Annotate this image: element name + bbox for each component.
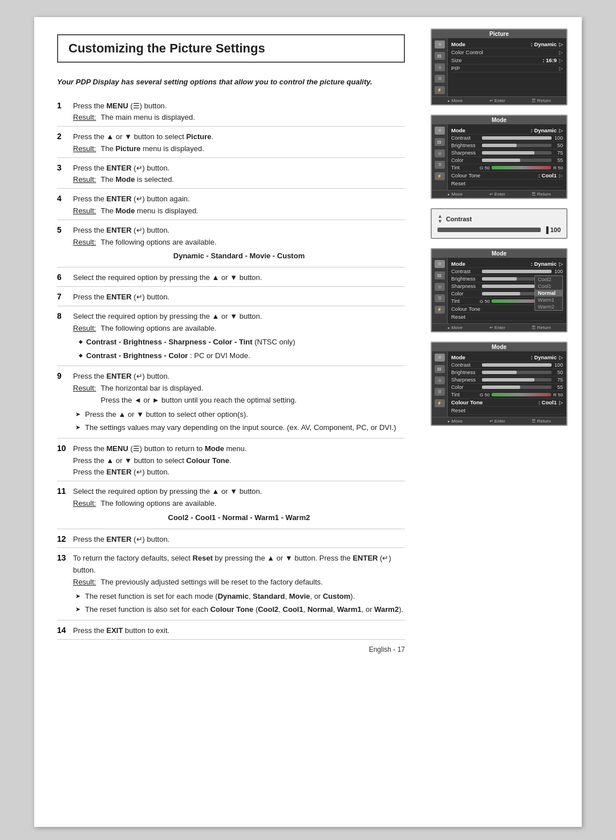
tv-icon-2: 🖼 [435, 52, 445, 60]
title-box: Customizing the Picture Settings [57, 34, 405, 63]
tv-panel-5-main: Mode : Dynamic ▷ Contrast 100 Brightness… [448, 351, 566, 417]
tv-panel-4-title: Mode [432, 249, 566, 258]
tv-row-mode: Mode : Dynamic ▷ [451, 40, 563, 48]
tv-panel-3: ▲ ▼ Contrast ▐ 100 [431, 208, 568, 239]
step-content-6: Select the required option by pressing t… [73, 272, 405, 284]
tv-icon-2-3: ◎ [435, 149, 445, 157]
tv-footer-2: ⬥ Move ↵ Enter ☰ Return [432, 190, 566, 198]
tv-icon-3: ◎ [435, 63, 445, 71]
arrow-list-9: Press the ▲ or ▼ button to select other … [73, 409, 405, 433]
tv-icon-4-1: ⚙ [435, 260, 445, 268]
tv-row-2-reset: Reset [451, 180, 563, 188]
tv-row-5-sharpness: Sharpness 75 [451, 376, 563, 384]
left-column: Customizing the Picture Settings Your PD… [34, 17, 422, 827]
tv-icon-2-4: ☰ [435, 161, 445, 169]
contrast-bar-bg [437, 228, 541, 232]
step-7: 7 Press the ENTER (↵) button. [57, 289, 405, 306]
step-6: 6 Select the required option by pressing… [57, 270, 405, 287]
tv-row-5-mode: Mode : Dynamic ▷ [451, 354, 563, 362]
step-content-3: Press the ENTER (↵) button. Result:The M… [73, 163, 405, 186]
tv-panel-2-main: Mode : Dynamic ▷ Contrast 100 Brightness… [448, 124, 566, 190]
tv-row-4-brightness: Brightness 50 Cool2 Cool1 Normal Warm1 W… [451, 275, 563, 283]
step-11: 11 Select the required option by pressin… [57, 484, 405, 529]
dropdown-cool2: Cool2 [535, 276, 562, 283]
arrow-list-13: The reset function is set for each mode … [73, 591, 405, 615]
tv-panel-2: Mode ⚙ 🖼 ◎ ☰ ⚡ Mode : Dynamic ▷ Co [431, 115, 568, 199]
tv-icon-5-5: ⚡ [435, 399, 445, 407]
tv-row-2-color: Color 55 [451, 157, 563, 164]
tv-icon-2-1: ⚙ [435, 127, 445, 135]
options-5: Dynamic - Standard - Movie - Custom [73, 250, 405, 262]
contrast-bar-fill [437, 228, 541, 232]
tv-panel-4-main: Mode : Dynamic ▷ Contrast 100 Brightness… [448, 258, 566, 323]
tv-row-4-contrast: Contrast 100 [451, 268, 563, 275]
step-8: 8 Select the required option by pressing… [57, 309, 405, 367]
tv-panel-4-body: ⚙ 🖼 ◎ ☰ ⚡ Mode : Dynamic ▷ Contrast [432, 258, 566, 323]
step-1: 1 Press the MENU (☰) button. Result:The … [57, 98, 405, 127]
step-9: 9 Press the ENTER (↵) button. Result: Th… [57, 368, 405, 438]
step-4: 4 Press the ENTER (↵) button again. Resu… [57, 191, 405, 220]
step-num-3: 3 [57, 163, 73, 186]
step-num-5: 5 [57, 225, 73, 265]
tv-row-4-mode: Mode : Dynamic ▷ [451, 260, 563, 268]
tv-icon-4-3: ◎ [435, 283, 445, 291]
tv-footer-4: ⬥ Move ↵ Enter ☰ Return [432, 323, 566, 331]
step-content-9: Press the ENTER (↵) button. Result: The … [73, 371, 405, 435]
contrast-bar-row: ▐ 100 [437, 226, 561, 233]
tv-icon-4: ☰ [435, 75, 445, 83]
step-num-9: 9 [57, 371, 73, 435]
dropdown-warm2: Warm2 [535, 303, 562, 310]
tv-row-5-contrast: Contrast 100 [451, 362, 563, 369]
tv-icon-4-5: ⚡ [435, 306, 445, 314]
step-2: 2 Press the ▲ or ▼ button to select Pict… [57, 129, 405, 158]
step-13: 13 To return the factory defaults, selec… [57, 550, 405, 620]
step-12: 12 Press the ENTER (↵) button. [57, 531, 405, 549]
tv-row-2-mode: Mode : Dynamic ▷ [451, 127, 563, 135]
bullet-list-8: Contrast - Brightness - Sharpness - Colo… [73, 336, 405, 361]
tv-icon-5-2: 🖼 [435, 365, 445, 373]
intro-text: Your PDP Display has several setting opt… [57, 76, 405, 88]
tv-icon-4-4: ☰ [435, 294, 445, 302]
step-num-11: 11 [57, 486, 73, 526]
tv-row-5-brightness: Brightness 50 [451, 369, 563, 376]
dropdown-normal: Normal [535, 290, 562, 297]
step-10: 10 Press the MENU (☰) button to return t… [57, 441, 405, 481]
contrast-name: Contrast [446, 216, 472, 222]
tv-sidebar-5: ⚙ 🖼 ◎ ☰ ⚡ [432, 351, 448, 417]
tv-panel-4: Mode ⚙ 🖼 ◎ ☰ ⚡ Mode : Dynamic ▷ Co [431, 248, 568, 332]
contrast-label-row: ▲ ▼ Contrast [437, 214, 561, 224]
tv-row-4-reset: Reset [451, 313, 563, 321]
tv-icon-5-3: ◎ [435, 376, 445, 384]
tv-panel-5-body: ⚙ 🖼 ◎ ☰ ⚡ Mode : Dynamic ▷ Contrast [432, 351, 566, 417]
step-content-10: Press the MENU (☰) button to return to M… [73, 443, 405, 478]
contrast-val: ▐ 100 [544, 226, 561, 233]
tv-row-2-sharpness: Sharpness 75 [451, 149, 563, 157]
tv-row-color-control: Color Control ▷ [451, 48, 563, 56]
tv-footer-1: ⬥ Move ↵ Enter ☰ Return [432, 96, 566, 104]
arrow-9-2: The settings values may vary depending o… [75, 422, 405, 433]
step-num-13: 13 [57, 553, 73, 617]
dropdown-cool1: Cool1 [535, 283, 562, 290]
step-content-7: Press the ENTER (↵) button. [73, 291, 405, 303]
tv-panel-1-main: Mode : Dynamic ▷ Color Control ▷ Size : … [448, 38, 566, 96]
page-title: Customizing the Picture Settings [68, 41, 265, 55]
step-content-13: To return the factory defaults, select R… [73, 553, 405, 617]
step-num-10: 10 [57, 443, 73, 478]
footer: English - 17 [57, 646, 405, 654]
step-content-1: Press the MENU (☰) button. Result:The ma… [73, 100, 405, 124]
step-content-11: Select the required option by pressing t… [73, 486, 405, 526]
tv-icon-4-2: 🖼 [435, 271, 445, 279]
step-num-2: 2 [57, 131, 73, 155]
step-num-14: 14 [57, 625, 73, 637]
step-5: 5 Press the ENTER (↵) button. Result:The… [57, 222, 405, 267]
tv-icon-5-4: ☰ [435, 388, 445, 396]
step-num-7: 7 [57, 291, 73, 303]
tv-row-size: Size : 16:9 ▷ [451, 56, 563, 64]
step-3: 3 Press the ENTER (↵) button. Result:The… [57, 160, 405, 189]
contrast-arrows: ▲ ▼ [437, 214, 443, 224]
tv-panel-2-title: Mode [432, 116, 566, 124]
bullet-8-1: Contrast - Brightness - Sharpness - Colo… [79, 336, 405, 348]
tv-row-2-contrast: Contrast 100 [451, 135, 563, 142]
step-content-4: Press the ENTER (↵) button again. Result… [73, 193, 405, 217]
tv-row-5-reset: Reset [451, 407, 563, 415]
